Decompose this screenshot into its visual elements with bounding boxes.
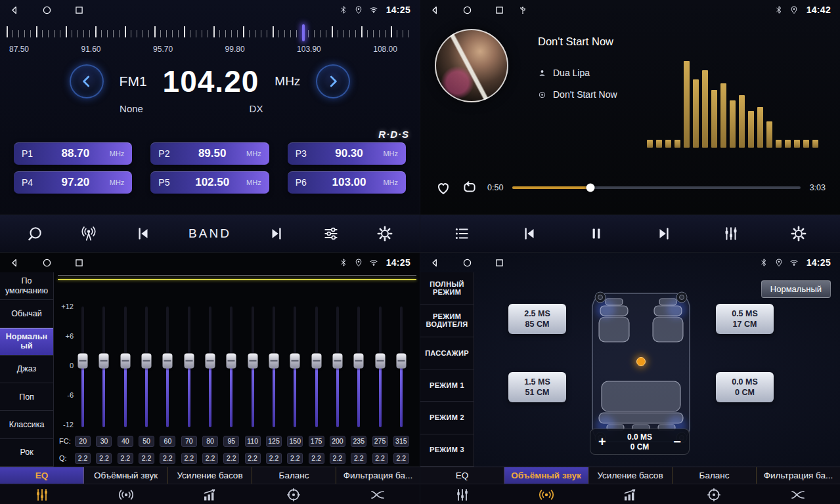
eq-preset-item[interactable]: По умолчанию — [0, 272, 53, 300]
nav-recents-icon[interactable] — [494, 5, 505, 16]
eq-band-slider[interactable] — [305, 306, 326, 427]
repeat-button[interactable] — [461, 179, 478, 196]
tuner-scale[interactable] — [7, 24, 413, 43]
eq-preset-item[interactable]: Классика — [0, 411, 53, 438]
eq-slider-handle[interactable] — [269, 353, 278, 368]
tab-eq-icon-button[interactable] — [420, 484, 504, 504]
progress-thumb[interactable] — [586, 184, 594, 192]
sound-tab[interactable]: Баланс — [673, 467, 757, 484]
eq-band-slider[interactable] — [327, 306, 348, 427]
eq-slider-handle[interactable] — [142, 353, 152, 368]
settings-button[interactable] — [790, 225, 807, 242]
scan-button[interactable] — [26, 225, 43, 242]
nav-back-icon[interactable] — [9, 257, 20, 268]
favorite-button[interactable] — [435, 179, 452, 196]
nav-recents-icon[interactable] — [494, 257, 505, 268]
band-button[interactable]: BAND — [188, 226, 231, 241]
eq-band-slider[interactable] — [391, 306, 412, 427]
playlist-button[interactable] — [453, 225, 470, 242]
nav-back-icon[interactable] — [430, 257, 441, 268]
tune-down-button[interactable] — [70, 64, 104, 98]
seek-next-button[interactable] — [268, 225, 285, 242]
eq-slider-handle[interactable] — [99, 353, 109, 368]
preset-button[interactable]: P3 90.30 MHz — [288, 142, 406, 165]
tab-balance-icon-button[interactable] — [252, 484, 336, 504]
sound-tab[interactable]: Фильтрация ба... — [757, 467, 840, 484]
eq-band-slider[interactable] — [263, 306, 284, 427]
progress-bar[interactable] — [512, 186, 800, 189]
preset-button[interactable]: P2 89.50 MHz — [150, 142, 269, 165]
preset-button[interactable]: P6 103.00 MHz — [288, 171, 406, 194]
sound-tab[interactable]: Объёмный звук — [504, 467, 588, 484]
preset-button[interactable]: P4 97.20 MHz — [14, 171, 132, 194]
eq-slider-handle[interactable] — [375, 353, 385, 368]
eq-slider-handle[interactable] — [163, 353, 173, 368]
eq-band-slider[interactable] — [221, 306, 242, 427]
tune-up-button[interactable] — [316, 64, 350, 98]
eq-slider-handle[interactable] — [354, 353, 364, 368]
eq-slider-handle[interactable] — [248, 353, 257, 368]
preset-button[interactable]: P1 88.70 MHz — [14, 142, 132, 165]
delay-card-rear-left[interactable]: 1.5 MS 51 CM — [508, 372, 566, 402]
previous-track-button[interactable] — [521, 225, 538, 242]
eq-band-slider[interactable] — [93, 306, 114, 427]
profile-button[interactable]: Нормальный — [761, 280, 831, 298]
eq-preset-item[interactable]: Обычай — [0, 300, 53, 327]
nav-home-icon[interactable] — [462, 5, 473, 16]
nav-home-icon[interactable] — [41, 5, 53, 16]
eq-band-slider[interactable] — [284, 306, 305, 427]
tab-balance-icon-button[interactable] — [672, 484, 756, 504]
eq-slider-handle[interactable] — [290, 353, 300, 368]
tuner-pointer[interactable] — [302, 24, 305, 41]
listening-mode-item[interactable]: РЕЖИМ ВОДИТЕЛЯ — [420, 304, 474, 337]
tab-surround-icon-button[interactable] — [504, 484, 588, 504]
nav-home-icon[interactable] — [462, 257, 473, 268]
sound-tab[interactable]: Усиление басов — [588, 467, 673, 484]
delay-card-front-right[interactable]: 0.5 MS 17 CM — [716, 304, 774, 334]
eq-slider-handle[interactable] — [120, 353, 130, 368]
tab-filter-icon-button[interactable] — [336, 484, 420, 504]
preset-button[interactable]: P5 102.50 MHz — [150, 171, 269, 194]
tab-bass-icon-button[interactable] — [168, 484, 252, 504]
settings-button[interactable] — [376, 225, 393, 242]
tab-filter-icon-button[interactable] — [756, 484, 840, 504]
pause-button[interactable] — [588, 225, 605, 242]
sound-tab[interactable]: EQ — [0, 467, 84, 484]
delay-card-front-left[interactable]: 2.5 MS 85 CM — [508, 304, 566, 334]
eq-band-slider[interactable] — [200, 306, 221, 427]
eq-band-slider[interactable] — [115, 306, 136, 427]
eq-band-slider[interactable] — [179, 306, 200, 427]
nav-back-icon[interactable] — [9, 5, 20, 16]
eq-band-slider[interactable] — [157, 306, 178, 427]
eq-preset-item[interactable]: Рок — [0, 439, 53, 467]
decrease-delay-button[interactable]: − — [673, 435, 681, 448]
eq-slider-handle[interactable] — [311, 353, 321, 368]
listening-mode-item[interactable]: РЕЖИМ 2 — [420, 402, 474, 434]
tab-eq-icon-button[interactable] — [0, 484, 84, 504]
sound-tab[interactable]: EQ — [420, 467, 504, 484]
next-track-button[interactable] — [655, 225, 673, 242]
eq-slider-handle[interactable] — [184, 353, 194, 368]
listening-mode-item[interactable]: ПОЛНЫЙ РЕЖИМ — [420, 272, 474, 304]
nav-home-icon[interactable] — [41, 257, 53, 268]
eq-slider-handle[interactable] — [78, 353, 88, 368]
delay-card-rear-right[interactable]: 0.0 MS 0 CM — [716, 372, 774, 402]
sound-tab[interactable]: Усиление басов — [168, 467, 252, 484]
listening-mode-item[interactable]: ПАССАЖИР — [420, 337, 474, 369]
listening-mode-item[interactable]: РЕЖИМ 3 — [420, 434, 474, 467]
eq-slider-handle[interactable] — [206, 353, 215, 368]
tab-surround-icon-button[interactable] — [84, 484, 168, 504]
sound-tab[interactable]: Баланс — [252, 467, 336, 484]
eq-band-slider[interactable] — [348, 306, 369, 427]
increase-delay-button[interactable]: + — [598, 435, 606, 448]
equalizer-button[interactable] — [322, 225, 340, 242]
sound-tab[interactable]: Объёмный звук — [84, 467, 168, 484]
sound-tab[interactable]: Фильтрация ба... — [336, 467, 420, 484]
eq-band-slider[interactable] — [72, 306, 93, 427]
listening-mode-item[interactable]: РЕЖИМ 1 — [420, 369, 474, 402]
tab-bass-icon-button[interactable] — [588, 484, 673, 504]
nav-back-icon[interactable] — [430, 5, 441, 16]
mixer-button[interactable] — [722, 225, 740, 242]
eq-preset-item[interactable]: Поп — [0, 383, 53, 411]
listening-position-marker[interactable] — [637, 358, 646, 366]
